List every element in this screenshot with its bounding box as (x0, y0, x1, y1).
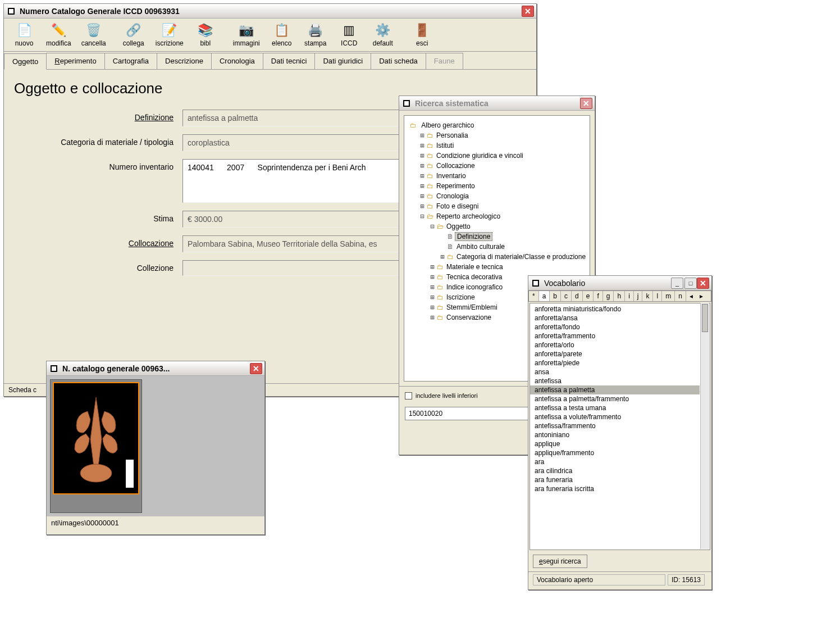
vocab-list[interactable]: anforetta miniaturistica/fondoanforetta/… (529, 303, 710, 550)
alpha-tab-g[interactable]: g (603, 291, 614, 301)
tab-cronologia[interactable]: Cronologia (211, 53, 263, 69)
vocab-item[interactable]: ara cilindrica (530, 466, 700, 475)
includere-checkbox[interactable] (405, 392, 412, 400)
vocab-item[interactable]: antefissa a palmetta (530, 385, 700, 394)
tree-item[interactable]: Inventario (435, 172, 468, 180)
vocab-item[interactable]: applique (530, 439, 700, 448)
tree-item[interactable]: Istituti (435, 142, 455, 149)
tree-toggle-icon[interactable]: ⊞ (419, 151, 426, 161)
tree-item[interactable]: Foto e disegni (435, 202, 480, 210)
tree-toggle-icon[interactable]: ⊞ (429, 272, 436, 282)
tree-toggle-icon[interactable]: ⊞ (429, 292, 436, 302)
vocab-item[interactable]: anforetta miniaturistica/fondo (530, 305, 700, 314)
tree-toggle-icon[interactable]: ⊟ (419, 211, 426, 221)
tree-toggle-icon[interactable]: ⊞ (429, 282, 436, 292)
tool-iscrizione[interactable]: 📝iscrizione (150, 21, 189, 49)
tree-toggle-icon[interactable]: ⊞ (439, 252, 446, 262)
tree-item[interactable]: Stemmi/Emblemi (445, 303, 499, 311)
alpha-next-icon[interactable]: ▸ (696, 291, 706, 301)
tree-toggle-icon[interactable]: ⊞ (419, 161, 426, 171)
tree-item[interactable]: Categoria di materiale/Classe e produzio… (455, 253, 587, 261)
tree-toggle-icon[interactable]: ⊟ (429, 221, 436, 231)
tool-stampa[interactable]: 🖨️stampa (299, 21, 332, 49)
scrollbar-thumb[interactable] (702, 304, 708, 332)
tree-item[interactable]: Indice iconografico (445, 283, 504, 291)
tab-oggetto[interactable]: Oggetto (4, 53, 47, 70)
minimize-icon[interactable]: _ (671, 278, 683, 289)
tree-item[interactable]: Materiale e tecnica (445, 263, 505, 271)
vocab-item[interactable]: anforetta/fondo (530, 323, 700, 332)
vocab-item[interactable]: antefissa a palmetta/frammento (530, 394, 700, 403)
field-collezione[interactable] (182, 260, 407, 276)
tool-esci[interactable]: 🚪esci (405, 21, 439, 49)
alpha-tab-k[interactable]: k (642, 291, 653, 301)
tree-toggle-icon[interactable]: ⊞ (429, 302, 436, 312)
scrollbar[interactable] (700, 303, 709, 549)
tree-toggle-icon[interactable]: ⊞ (419, 171, 426, 181)
tree-item[interactable]: Tecnica decorativa (445, 273, 504, 281)
tool-immagini[interactable]: 📷immagini (228, 21, 265, 49)
vocab-item[interactable]: anforetta/piede (530, 358, 700, 367)
alpha-prev-icon[interactable]: ◂ (686, 291, 696, 301)
tree-toggle-icon[interactable]: ⊞ (419, 130, 426, 140)
tree-item[interactable]: Personalia (435, 131, 470, 139)
tree-item[interactable]: Cronologia (435, 192, 471, 200)
field-definizione[interactable]: antefissa a palmetta (182, 110, 407, 126)
tab-descrizione[interactable]: Descrizione (157, 53, 212, 69)
tool-elenco[interactable]: 📋elenco (265, 21, 299, 49)
tree-item[interactable]: Condizione giuridica e vincoli (435, 152, 525, 160)
close-icon[interactable]: ✕ (522, 6, 534, 17)
vocab-item[interactable]: anforetta/orlo (530, 341, 700, 349)
field-stima[interactable]: € 3000.00 (182, 211, 407, 228)
alpha-tab-j[interactable]: j (634, 291, 643, 301)
tree-toggle-icon[interactable]: ⊞ (419, 191, 426, 201)
tree-item[interactable]: Definizione (455, 232, 492, 241)
alpha-tab-l[interactable]: l (653, 291, 662, 301)
tree-toggle-icon[interactable]: ⊞ (429, 312, 436, 323)
tree-toggle-icon[interactable]: ⊞ (419, 181, 426, 191)
field-collocazione[interactable]: Palombara Sabina, Museo Territoriale del… (182, 235, 407, 252)
alpha-tab-i[interactable]: i (625, 291, 634, 301)
vocab-item[interactable]: antoniniano (530, 430, 700, 439)
vocab-item[interactable]: ara funeraria (530, 475, 700, 484)
vocab-item[interactable]: anforetta/ansa (530, 314, 700, 323)
close-icon[interactable]: ✕ (697, 278, 709, 289)
maximize-icon[interactable]: □ (684, 278, 697, 289)
tool-ICCD[interactable]: ▥ICCD (332, 21, 366, 49)
tree-item[interactable]: Ambito culturale (455, 243, 506, 251)
tab-dati-tecnici[interactable]: Dati tecnici (263, 53, 316, 69)
tool-modifica[interactable]: ✏️modifica (41, 21, 76, 49)
vocab-item[interactable]: ansa (530, 367, 700, 376)
tab-reperimento[interactable]: Reperimento (46, 53, 104, 69)
tree-toggle-icon[interactable]: ⊞ (419, 140, 426, 151)
tree-toggle-icon[interactable]: ⊞ (429, 262, 436, 272)
field-inventario[interactable]: 140041 2007 Soprintendenza per i Beni Ar… (182, 159, 407, 203)
tree-item[interactable]: Collocazione (435, 162, 477, 170)
vocab-item[interactable]: ara (530, 457, 700, 466)
close-icon[interactable]: ✕ (580, 98, 592, 109)
tree-item[interactable]: Reperto archeologico (435, 212, 502, 220)
vocab-item[interactable]: antefissa/frammento (530, 421, 700, 430)
alpha-tab-n[interactable]: n (675, 291, 686, 301)
alpha-tab-a[interactable]: a (539, 291, 550, 301)
tree-item[interactable]: Oggetto (445, 223, 472, 230)
vocab-item[interactable]: ara funeraria iscritta (530, 484, 700, 493)
alpha-tab-d[interactable]: d (572, 291, 583, 301)
vocab-item[interactable]: anforetta/frammento (530, 332, 700, 341)
alpha-tab-f[interactable]: f (594, 291, 602, 301)
alpha-tab-h[interactable]: h (614, 291, 625, 301)
alpha-tab-c[interactable]: c (561, 291, 572, 301)
close-icon[interactable]: ✕ (250, 363, 262, 374)
tree-root-label[interactable]: Albero gerarchico (419, 121, 476, 129)
tool-default[interactable]: ⚙️default (366, 21, 400, 49)
alpha-tab-m[interactable]: m (662, 291, 675, 301)
tool-nuovo[interactable]: 📄nuovo (7, 21, 41, 49)
tool-collega[interactable]: 🔗collega (117, 21, 150, 49)
tab-cartografia[interactable]: Cartografia (104, 53, 157, 69)
tab-dati-giuridici[interactable]: Dati giuridici (314, 53, 371, 69)
tool-bibl[interactable]: 📚bibl (189, 21, 222, 49)
alpha-tab-*[interactable]: * (529, 291, 539, 301)
field-categoria[interactable]: coroplastica (182, 134, 407, 151)
tab-dati-scheda[interactable]: Dati scheda (371, 53, 426, 69)
esegui-button[interactable]: esegui ricerca (533, 555, 587, 568)
